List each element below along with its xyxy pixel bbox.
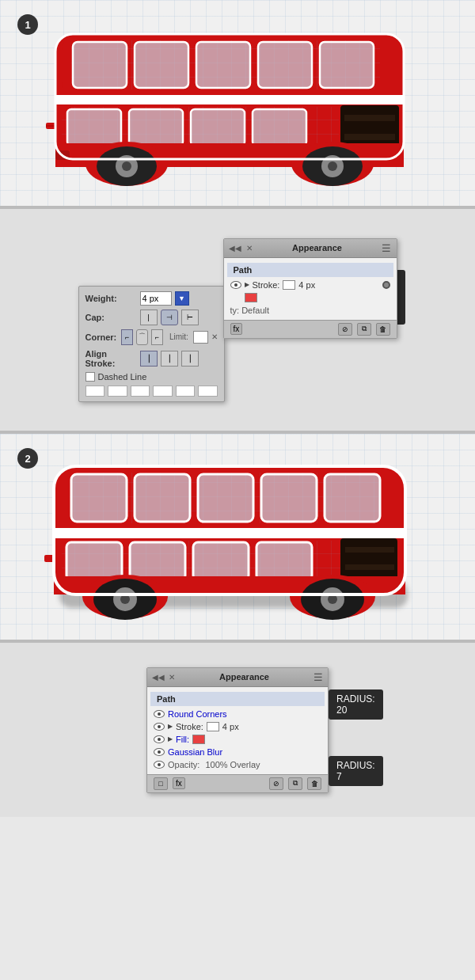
dash-input-6[interactable] — [198, 386, 218, 397]
dashed-checkbox[interactable] — [86, 372, 95, 382]
svg-rect-11 — [129, 109, 183, 146]
gaussian-row: Gaussian Blur — [147, 746, 328, 758]
opacity-label-2: Opacity: 100% Overlay — [168, 760, 260, 769]
close-icon[interactable]: ✕ — [246, 244, 253, 253]
svg-rect-4 — [73, 42, 127, 88]
dashed-row: Dashed Line — [86, 372, 218, 382]
section-2-bus: 2 — [0, 434, 475, 640]
fx-button-1[interactable]: fx — [230, 323, 243, 335]
panel-bottom-bar-1: fx ⊘ ⧉ 🗑 — [224, 320, 397, 338]
panel-wrapper-2: ◀◀ ✕ Appearance ☰ Path Round Corners — [146, 667, 329, 793]
no-symbol-icon-2[interactable]: ⊘ — [269, 777, 283, 790]
section-1-bus: 1 — [0, 0, 475, 206]
eye-icon-gaussian[interactable] — [154, 748, 165, 756]
svg-rect-16 — [344, 124, 395, 131]
bus-illustration-2 — [32, 454, 443, 620]
svg-rect-12 — [191, 109, 245, 146]
corner-label: Corner: — [86, 332, 119, 342]
appearance-panel-1: ◀◀ ✕ Appearance ☰ Path ▶ Stroke: 4 px — [223, 238, 397, 339]
path-row-2: Path — [150, 692, 325, 706]
dash-inputs — [86, 386, 218, 397]
dash-input-5[interactable] — [176, 386, 196, 397]
fill-row-panel: ▶ Fill: — [147, 733, 328, 746]
svg-rect-2 — [55, 95, 404, 104]
dash-input-4[interactable] — [153, 386, 173, 397]
dash-input-3[interactable] — [131, 386, 150, 397]
corner-btn-round[interactable]: ⌒ — [136, 329, 148, 345]
panel-title-1: Appearance — [292, 243, 342, 253]
svg-point-27 — [122, 161, 131, 171]
eye-icon-stroke-2[interactable] — [154, 723, 165, 731]
svg-rect-40 — [261, 474, 317, 522]
stroke-color-box-1[interactable] — [283, 280, 295, 290]
eye-icon-stroke[interactable] — [230, 281, 241, 289]
stroke-row-panel-2: ▶ Stroke: 4 px — [147, 720, 328, 733]
align-btn-center[interactable]: ⎥ — [140, 351, 158, 367]
menu-icon-1[interactable]: ☰ — [382, 242, 391, 254]
appearance-panel-2: ◀◀ ✕ Appearance ☰ Path Round Corners — [146, 667, 329, 793]
align-btn-inside[interactable]: ⎥ — [161, 351, 178, 367]
eye-icon-fill[interactable] — [154, 735, 165, 743]
radius-tooltip-1: RADIUS: 20 — [329, 689, 383, 720]
arrow-stroke-2: ▶ — [168, 723, 173, 730]
svg-rect-49 — [345, 556, 394, 561]
round-corners-label[interactable]: Round Corners — [168, 709, 227, 719]
cap-btn-flat[interactable]: | — [140, 310, 158, 325]
titlebar-left: ◀◀ ✕ — [229, 244, 253, 253]
step-badge-2: 2 — [17, 448, 38, 469]
copy-icon-2[interactable]: ⧉ — [288, 777, 302, 790]
fill-color-box[interactable] — [192, 735, 205, 744]
panel-section-2: ◀◀ ✕ Appearance ☰ Path Round Corners — [0, 643, 475, 817]
svg-point-28 — [328, 161, 337, 171]
round-corners-row: Round Corners — [147, 708, 328, 720]
corner-row: Corner: ⌐ ⌒ ⌐ Limit: ✕ — [86, 329, 218, 345]
panels-wrapper-1: Weight: ▼ Cap: | ⊣ ⊢ Corner: ⌐ ⌒ ⌐ Limit… — [78, 238, 397, 402]
stroke-px-1: 4 px — [298, 280, 315, 290]
bottom-icons-left: □ fx — [154, 777, 185, 790]
svg-rect-17 — [344, 134, 395, 140]
limit-input[interactable] — [193, 331, 208, 344]
stroke-px-2: 4 px — [222, 722, 239, 731]
align-btn-outside[interactable]: ⎥ — [181, 351, 199, 367]
trash-icon[interactable]: 🗑 — [376, 323, 390, 336]
weight-dropdown[interactable]: ▼ — [175, 291, 189, 306]
opacity-label-1: ty: Default — [230, 306, 270, 315]
corner-btn-miter[interactable]: ⌐ — [121, 329, 133, 345]
fx-button-2[interactable]: fx — [173, 777, 185, 789]
weight-row: Weight: ▼ — [86, 291, 218, 306]
gaussian-label[interactable]: Gaussian Blur — [168, 747, 222, 757]
cap-btn-square[interactable]: ⊢ — [181, 310, 199, 325]
svg-rect-5 — [135, 42, 188, 88]
svg-rect-7 — [258, 42, 312, 88]
menu-icon-2[interactable]: ☰ — [314, 671, 323, 683]
trash-icon-2[interactable]: 🗑 — [307, 777, 321, 790]
bottom-icons-1: fx — [230, 323, 243, 335]
double-arrow-icon-2: ◀◀ — [152, 673, 165, 682]
svg-rect-35 — [54, 528, 405, 538]
stroke-color-box-2[interactable] — [207, 722, 219, 731]
connector-circle — [382, 281, 390, 289]
dash-input-2[interactable] — [108, 386, 127, 397]
panel-titlebar-1: ◀◀ ✕ Appearance ☰ — [224, 239, 397, 258]
cap-btn-round[interactable]: ⊣ — [161, 310, 178, 325]
copy-icon[interactable]: ⧉ — [357, 323, 371, 336]
svg-rect-48 — [345, 547, 394, 553]
bottom-action-icons: ⊘ ⧉ 🗑 — [338, 323, 390, 336]
weight-input[interactable] — [140, 291, 172, 306]
fill-color-preview[interactable] — [245, 293, 257, 302]
eye-icon-round[interactable] — [154, 710, 165, 718]
close-icon-2[interactable]: ✕ — [169, 673, 175, 682]
eye-icon-opacity[interactable] — [154, 761, 165, 769]
square-icon[interactable]: □ — [154, 777, 168, 790]
corner-btn-bevel[interactable]: ⌐ — [151, 329, 163, 345]
svg-rect-38 — [135, 474, 190, 522]
panel-body-2: Path Round Corners ▶ Stroke: 4 px — [147, 687, 328, 774]
no-symbol-icon[interactable]: ⊘ — [338, 323, 352, 336]
svg-rect-6 — [196, 42, 250, 88]
dash-input-1[interactable] — [86, 386, 105, 397]
double-arrow-icon: ◀◀ — [229, 244, 241, 253]
svg-rect-45 — [193, 542, 249, 580]
weight-label: Weight: — [86, 294, 137, 303]
panel-title-2: Appearance — [219, 672, 269, 682]
bus-illustration-1 — [32, 20, 443, 186]
